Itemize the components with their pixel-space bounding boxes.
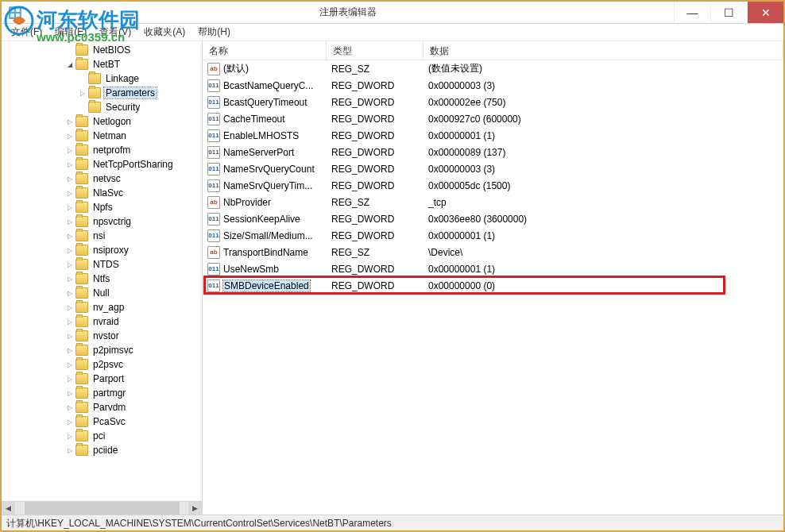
tree-item[interactable]: pci (2, 429, 203, 443)
list-row[interactable]: 011SMBDeviceEnabledREG_DWORD0x00000000 (… (203, 277, 783, 294)
tree-panel[interactable]: NetBIOSNetBTLinkageParametersSecurityNet… (2, 41, 203, 515)
list-row[interactable]: ab(默认)REG_SZ(数值未设置) (203, 60, 783, 77)
expand-icon[interactable] (65, 260, 74, 269)
tree-item[interactable]: Parameters (2, 86, 203, 100)
expand-icon[interactable] (65, 175, 74, 183)
value-type: REG_DWORD (327, 147, 423, 158)
expand-icon[interactable] (65, 132, 74, 141)
tree-item[interactable]: pciide (2, 443, 203, 457)
column-data[interactable]: 数据 (423, 41, 783, 60)
tree-item[interactable]: Netman (2, 129, 203, 143)
value-data: _tcp (423, 197, 783, 208)
tree-item[interactable]: partmgr (2, 386, 203, 400)
tree-item[interactable]: Null (2, 286, 203, 300)
value-name: NameSrvQueryCount (223, 164, 315, 175)
expand-icon[interactable] (65, 275, 74, 283)
column-type[interactable]: 类型 (327, 41, 423, 60)
menu-edit[interactable]: 编辑(E) (48, 24, 93, 40)
tree-item[interactable]: Parport (2, 372, 203, 386)
column-name[interactable]: 名称 (203, 41, 327, 60)
expand-icon[interactable] (65, 118, 74, 126)
expand-icon[interactable] (65, 432, 74, 441)
list-row[interactable]: 011BcastQueryTimeoutREG_DWORD0x000002ee … (203, 94, 783, 110)
list-body[interactable]: ab(默认)REG_SZ(数值未设置)011BcastNameQueryC...… (203, 60, 783, 515)
expand-icon[interactable] (65, 418, 74, 426)
tree-item[interactable]: netprofm (2, 143, 203, 157)
value-type: REG_DWORD (327, 130, 423, 141)
list-row[interactable]: 011BcastNameQueryC...REG_DWORD0x00000003… (203, 77, 783, 94)
list-header: 名称 类型 数据 (203, 41, 783, 60)
menu-file[interactable]: 文件(F) (5, 24, 48, 40)
close-button[interactable]: ✕ (747, 2, 783, 23)
minimize-button[interactable]: — (674, 2, 710, 23)
folder-icon (75, 230, 88, 241)
tree-item[interactable]: Linkage (2, 71, 203, 86)
expand-icon[interactable] (65, 403, 74, 412)
expand-icon[interactable] (65, 332, 74, 341)
expand-icon[interactable] (65, 289, 74, 298)
svg-rect-4 (10, 8, 14, 12)
title-bar: 注册表编辑器 — ☐ ✕ (2, 2, 783, 24)
tree-hscroll[interactable]: ◀ ▶ (2, 501, 202, 515)
list-row[interactable]: abNbProviderREG_SZ_tcp (203, 194, 783, 210)
tree-item[interactable]: NetBIOS (2, 43, 203, 57)
tree-item[interactable]: Security (2, 100, 203, 114)
expand-icon[interactable] (65, 218, 74, 226)
menu-favorites[interactable]: 收藏夹(A) (137, 24, 191, 40)
tree-item[interactable]: nvstor (2, 329, 203, 343)
expand-icon[interactable] (65, 446, 74, 455)
tree-item[interactable]: PcaSvc (2, 414, 203, 429)
tree-item-label: Null (91, 287, 111, 299)
scroll-left-icon[interactable]: ◀ (2, 502, 15, 515)
list-row[interactable]: 011SessionKeepAliveREG_DWORD0x0036ee80 (… (203, 210, 783, 227)
collapse-icon[interactable] (65, 60, 74, 69)
expand-icon[interactable] (78, 89, 87, 98)
tree-item-label: Parport (91, 373, 126, 384)
menu-view[interactable]: 查看(V) (93, 24, 137, 40)
expand-icon[interactable] (65, 375, 74, 384)
tree-item[interactable]: NTDS (2, 257, 203, 272)
dword-value-icon: 011 (207, 279, 220, 292)
tree-item[interactable]: NetBT (2, 57, 203, 71)
expand-icon[interactable] (65, 189, 74, 198)
tree-item[interactable]: NlaSvc (2, 186, 203, 200)
list-row[interactable]: 011NameSrvQueryTim...REG_DWORD0x000005dc… (203, 177, 783, 194)
tree-item[interactable]: NetTcpPortSharing (2, 157, 203, 172)
tree-item[interactable]: npsvctrig (2, 214, 203, 229)
tree-item[interactable]: Parvdm (2, 400, 203, 414)
expand-icon[interactable] (65, 318, 74, 326)
folder-icon (75, 245, 88, 256)
menu-help[interactable]: 帮助(H) (191, 24, 237, 40)
list-row[interactable]: 011UseNewSmbREG_DWORD0x00000001 (1) (203, 260, 783, 277)
tree-item[interactable]: netvsc (2, 172, 203, 186)
tree-item[interactable]: Npfs (2, 200, 203, 214)
tree-item[interactable]: Ntfs (2, 272, 203, 286)
expand-icon[interactable] (65, 160, 74, 169)
maximize-button[interactable]: ☐ (710, 2, 747, 23)
expand-icon[interactable] (65, 360, 74, 369)
expand-icon[interactable] (65, 246, 74, 255)
menu-bar: 文件(F) 编辑(E) 查看(V) 收藏夹(A) 帮助(H) (2, 24, 783, 41)
list-row[interactable]: 011Size/Small/Medium...REG_DWORD0x000000… (203, 227, 783, 244)
list-row[interactable]: abTransportBindNameREG_SZ\Device\ (203, 244, 783, 260)
tree-item[interactable]: nvraid (2, 314, 203, 329)
scroll-right-icon[interactable]: ▶ (188, 502, 202, 515)
tree-item[interactable]: p2psvc (2, 357, 203, 372)
tree-item[interactable]: nv_agp (2, 300, 203, 314)
list-row[interactable]: 011NameSrvQueryCountREG_DWORD0x00000003 … (203, 160, 783, 177)
folder-icon (75, 287, 88, 299)
expand-icon[interactable] (65, 346, 74, 355)
tree-item[interactable]: nsi (2, 229, 203, 243)
expand-icon[interactable] (65, 389, 74, 398)
expand-icon[interactable] (65, 146, 74, 155)
folder-icon (75, 302, 88, 313)
tree-item[interactable]: nsiproxy (2, 243, 203, 257)
tree-item[interactable]: p2pimsvc (2, 343, 203, 357)
expand-icon[interactable] (65, 232, 74, 241)
list-row[interactable]: 011CacheTimeoutREG_DWORD0x000927c0 (6000… (203, 110, 783, 127)
tree-item[interactable]: Netlogon (2, 114, 203, 129)
list-row[interactable]: 011EnableLMHOSTSREG_DWORD0x00000001 (1) (203, 127, 783, 144)
expand-icon[interactable] (65, 203, 74, 212)
expand-icon[interactable] (65, 303, 74, 312)
list-row[interactable]: 011NameServerPortREG_DWORD0x00000089 (13… (203, 144, 783, 160)
